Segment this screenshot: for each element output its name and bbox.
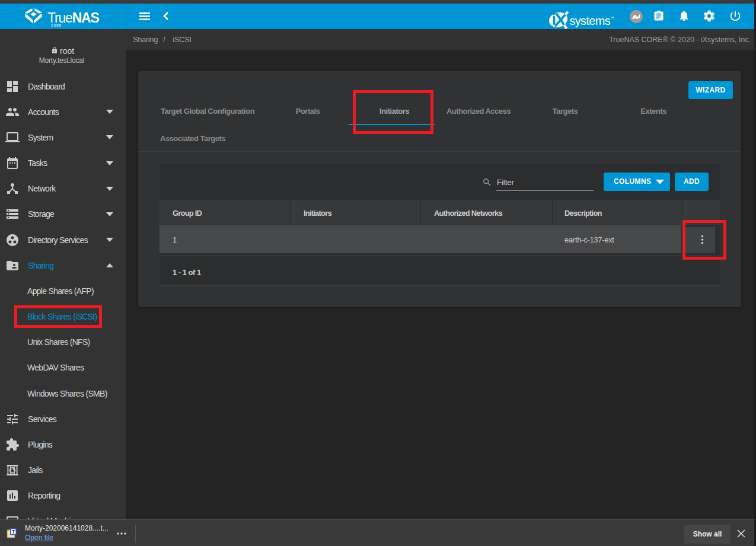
svg-text:T: T	[12, 529, 15, 535]
svg-text:™: ™	[610, 16, 614, 20]
svg-text:systems: systems	[570, 14, 611, 27]
